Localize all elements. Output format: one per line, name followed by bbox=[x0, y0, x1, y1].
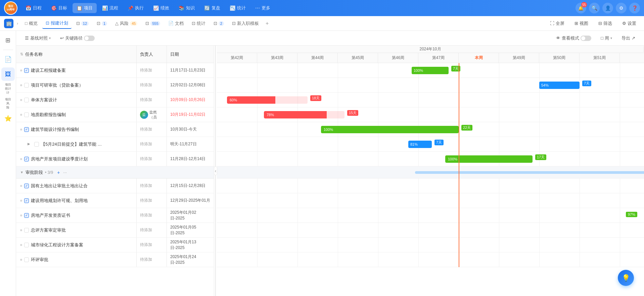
user-button[interactable]: 👤 bbox=[602, 3, 613, 13]
performance-icon: 📈 bbox=[153, 5, 159, 11]
table-row[interactable]: ✓ 房地产开发资质证书 待添加 2025年01月02日-2025 bbox=[16, 208, 214, 223]
tab-onboard-template[interactable]: ⊡ 新入职模板 bbox=[229, 18, 262, 29]
sidebar-item-doc[interactable]: 📄 bbox=[1, 53, 15, 66]
sidebar-item-star[interactable]: ⭐ bbox=[1, 112, 15, 125]
task-checkbox[interactable]: ✓ bbox=[24, 157, 29, 161]
add-tab-button[interactable]: + bbox=[264, 18, 271, 29]
notification-button[interactable]: 🔔 55 bbox=[576, 3, 586, 13]
table-row[interactable]: ✓ 建设工程报建备案 待添加 11月17日-11月23日 bbox=[16, 63, 214, 78]
floating-action-button[interactable]: 💡 bbox=[618, 270, 634, 286]
task-checkbox[interactable] bbox=[24, 112, 29, 117]
review-icon: 🔄 bbox=[204, 5, 210, 11]
task-checkbox[interactable]: ✓ bbox=[24, 127, 29, 132]
chart-icon: ⊡ bbox=[192, 21, 195, 26]
panel-resize-handle[interactable]: ‹ bbox=[214, 46, 217, 296]
task-checkbox[interactable] bbox=[24, 243, 29, 247]
nav-goal[interactable]: 🎯 目标 bbox=[47, 3, 71, 13]
task-checkbox[interactable] bbox=[34, 142, 39, 147]
settings-icon: ⚙ bbox=[619, 5, 624, 11]
gantt-week-43: 第43周 bbox=[257, 53, 297, 63]
table-row[interactable]: 城市绿化工程设计方案备案 待添加 2025年01月13日-2025 bbox=[16, 238, 214, 252]
tab-count-2[interactable]: ⊡ 2 bbox=[210, 19, 227, 28]
row-dot bbox=[20, 185, 22, 187]
table-row[interactable]: 总评方案审定审批 待添加 2025年01月05日-2025 bbox=[16, 223, 214, 238]
sidebar-item-project-stats[interactable]: 项目统计计 bbox=[1, 82, 15, 96]
section-more-button[interactable]: ··· bbox=[63, 170, 67, 175]
nav-chevron-icon[interactable]: › bbox=[17, 21, 18, 26]
nav-performance[interactable]: 📈 绩效 bbox=[149, 3, 173, 13]
task-checkbox[interactable] bbox=[24, 83, 29, 88]
task-checkbox[interactable] bbox=[24, 257, 29, 262]
view-mode-button[interactable]: 👁 查看模式 bbox=[553, 34, 595, 43]
sidebar-item-image[interactable]: 🖼 bbox=[1, 67, 15, 81]
settings-page-button[interactable]: ⚙ 设置 bbox=[618, 18, 640, 29]
tab-report-plan[interactable]: ⊡ 报建计划 bbox=[42, 18, 72, 29]
nav-knowledge[interactable]: 📚 知识 bbox=[175, 3, 199, 13]
sidebar-item-grid[interactable]: ⊞ bbox=[1, 34, 15, 47]
project-logo[interactable]: 🏢 bbox=[4, 19, 13, 28]
task-checkbox[interactable] bbox=[24, 98, 29, 102]
table-row[interactable]: ✓ 国有土地出让审批土地出让合 待添加 12月15日-12月28日 bbox=[16, 179, 214, 193]
critical-path-button[interactable]: ↩ 关键路径 bbox=[57, 34, 98, 43]
export-button[interactable]: 导出 ↗ bbox=[618, 34, 639, 43]
nav-flow[interactable]: 📊 流程 bbox=[98, 3, 122, 13]
help-button[interactable]: ❓ bbox=[629, 3, 640, 13]
nav-schedule[interactable]: 📅 日程 bbox=[21, 3, 46, 13]
view-mode-toggle[interactable] bbox=[581, 36, 591, 41]
app-logo[interactable]: 项目10周年 bbox=[4, 1, 17, 15]
knowledge-icon: 📚 bbox=[179, 5, 184, 11]
table-row[interactable]: ✓ 房地产开发项目建设季度计划 待添加 11月28日-12月14日 bbox=[16, 152, 214, 166]
task-date-cell: 2025年01月13日-2025 bbox=[167, 238, 214, 252]
gantt-bar-4[interactable]: 100% bbox=[321, 126, 459, 133]
gantt-bar-1[interactable]: 54% bbox=[539, 82, 580, 89]
table-row[interactable]: 环评审批 待添加 2025年01月24日-2025 bbox=[16, 252, 214, 267]
settings-nav-button[interactable]: ⚙ bbox=[616, 3, 627, 13]
task-checkbox[interactable]: ✓ bbox=[24, 213, 29, 218]
view-button[interactable]: ⊞ 视图 bbox=[571, 18, 592, 29]
gantt-bar-fill-3[interactable]: 78% bbox=[264, 111, 327, 118]
task-checkbox[interactable]: ✓ bbox=[24, 184, 29, 188]
table-row[interactable]: 项目可研审批（贷款备案） 待添加 12月02日-12月08日 bbox=[16, 78, 214, 93]
table-row[interactable]: ✓ 建筑节能设计报告书编制 待添加 10月30日-今天 bbox=[16, 122, 214, 137]
tab-overview[interactable]: □ 概览 bbox=[21, 18, 41, 29]
task-owner-cell: 待添加 bbox=[137, 152, 167, 166]
gantt-bar-6[interactable]: 100% bbox=[445, 155, 533, 163]
gantt-row-13 bbox=[217, 252, 644, 267]
table-row[interactable]: 地质勘察报告编制 盐 盐然（员 10月19日-11月02日 bbox=[16, 107, 214, 122]
sidebar-item-project-risk[interactable]: 项目风险 bbox=[1, 97, 15, 110]
task-checkbox[interactable] bbox=[24, 228, 29, 233]
task-checkbox[interactable]: ✓ bbox=[24, 68, 29, 73]
nav-exec[interactable]: 📌 执行 bbox=[124, 3, 148, 13]
tab-document[interactable]: 📄 文档 bbox=[165, 18, 187, 29]
nav-project[interactable]: 📋 项目 bbox=[73, 3, 97, 13]
gantt-bar-fill-2[interactable]: 60% bbox=[227, 96, 275, 104]
table-row[interactable]: ✓ 建设用地规划许可规、划用地 待添加 12月29日-2025年01月 bbox=[16, 193, 214, 208]
tab-risk[interactable]: △ 风险 45 bbox=[112, 18, 141, 29]
critical-path-toggle[interactable] bbox=[84, 36, 95, 41]
fullscreen-button[interactable]: ⛶ 全屏 bbox=[546, 18, 568, 29]
gantt-bar-0[interactable]: 100% bbox=[412, 67, 449, 74]
expand-button[interactable]: ▶ bbox=[28, 142, 32, 147]
gantt-week-44: 第44周 bbox=[297, 53, 338, 63]
section-add-button[interactable]: + bbox=[57, 170, 60, 175]
table-row[interactable]: 单体方案设计 待添加 10月09日-10月26日 bbox=[16, 93, 214, 107]
nav-stats[interactable]: 📉 统计 bbox=[226, 3, 250, 13]
tab-count-12[interactable]: ⊡ 12 bbox=[73, 19, 92, 28]
baseline-dropdown-icon: ▾ bbox=[49, 36, 51, 40]
table-row[interactable]: ▶ 【5月24日前提交】建筑节能 … 待添加 明天-11月27日 bbox=[16, 137, 214, 152]
nav-more[interactable]: ⋯ 更多 bbox=[251, 3, 274, 13]
gantt-bar-5[interactable]: 81% bbox=[408, 141, 432, 148]
baseline-compare-button[interactable]: ☰ 基线对照 ▾ bbox=[21, 34, 54, 43]
filter-button[interactable]: ⊟ 筛选 bbox=[595, 18, 616, 29]
gantt-chart-panel[interactable]: 2024年10月 第42周 第43周 第44周 第45周 第46周 第47周 本… bbox=[217, 46, 644, 296]
nav-review[interactable]: 🔄 复盘 bbox=[200, 3, 224, 13]
section-header-approval[interactable]: ▼ 审批阶段 • 3/9 + ··· bbox=[16, 166, 214, 179]
collapse-icon[interactable]: ‹ bbox=[214, 166, 218, 175]
tab-count-555[interactable]: ⊡ 555 bbox=[142, 19, 163, 28]
gantt-row-9 bbox=[217, 193, 644, 208]
task-checkbox[interactable]: ✓ bbox=[24, 198, 29, 203]
tab-statistics[interactable]: ⊡ 统计 bbox=[188, 18, 209, 29]
tab-count-1[interactable]: ⊡ 1 bbox=[93, 19, 110, 28]
week-selector-button[interactable]: □ 周 ▾ bbox=[597, 34, 615, 43]
search-button[interactable]: 🔍 bbox=[589, 3, 600, 13]
